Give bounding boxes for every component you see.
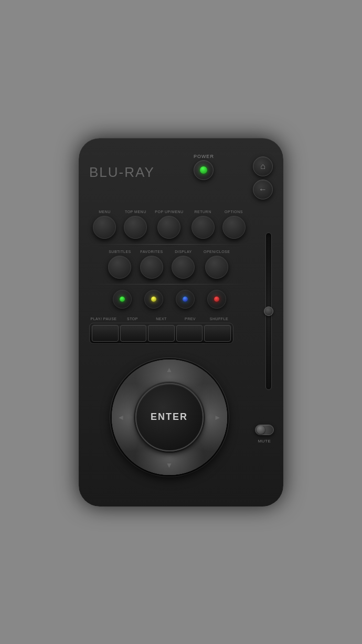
btn-group-popup-menu: POP UP/MENU: [155, 210, 183, 239]
led-yellow-button[interactable]: [144, 290, 163, 309]
dpad-down-arrow[interactable]: ▼: [166, 461, 173, 469]
btn-group-top-menu: TOP MENU: [124, 210, 147, 239]
menu-button[interactable]: [93, 216, 116, 239]
popup-menu-label: POP UP/MENU: [155, 210, 183, 214]
playback-labels: PLAY/ PAUSE STOP NEXT PREV SHUFFLE: [89, 317, 233, 321]
remote-control: BLU-RAY POWER ⌂ ← MENU TOP: [79, 138, 283, 506]
stop-button[interactable]: [120, 325, 147, 342]
btn-group-subtitles: SUBTITLES: [108, 250, 131, 279]
display-button[interactable]: [172, 256, 195, 279]
subtitle-button-row: SUBTITLES FAVORITES DISPLAY OPEN/CLOSE: [89, 250, 249, 279]
playback-bar: [89, 323, 233, 344]
mute-button[interactable]: [255, 425, 274, 435]
play-pause-label: PLAY/ PAUSE: [89, 317, 118, 321]
top-menu-label: TOP MENU: [125, 210, 146, 214]
next-button[interactable]: [148, 325, 175, 342]
mute-label: MUTE: [258, 439, 271, 444]
led-blue-button[interactable]: [176, 290, 195, 309]
led-red-button[interactable]: [207, 290, 226, 309]
led-red-dot: [214, 297, 219, 302]
btn-group-display: DISPLAY: [172, 250, 195, 279]
options-label: OPTIONS: [225, 210, 243, 214]
prev-button[interactable]: [176, 325, 203, 342]
btn-group-menu: MENU: [93, 210, 116, 239]
led-yellow-dot: [151, 297, 156, 302]
mute-section: MUTE: [255, 425, 274, 444]
shuffle-button[interactable]: [204, 325, 231, 342]
subtitles-label: SUBTITLES: [109, 250, 131, 254]
menu-label: MENU: [99, 210, 111, 214]
playback-section: PLAY/ PAUSE STOP NEXT PREV SHUFFLE: [89, 317, 249, 344]
menu-button-row: MENU TOP MENU POP UP/MENU RETURN OPTIONS: [89, 210, 249, 239]
open-close-button[interactable]: [205, 256, 228, 279]
header: BLU-RAY POWER ⌂ ←: [89, 154, 273, 199]
power-label: POWER: [194, 154, 214, 159]
btn-group-open-close: OPEN/CLOSE: [204, 250, 230, 279]
return-button[interactable]: [191, 216, 215, 239]
power-section: POWER: [194, 154, 214, 180]
btn-group-favorites: FAVORITES: [140, 250, 163, 279]
btn-group-options: OPTIONS: [222, 210, 246, 239]
display-label: DISPLAY: [175, 250, 192, 254]
home-button[interactable]: ⌂: [253, 156, 273, 176]
dpad-section: ▲ ▼ ◄ ► ENTER: [89, 360, 249, 475]
led-green-button[interactable]: [113, 290, 132, 309]
btn-group-return: RETURN: [191, 210, 215, 239]
top-menu-button[interactable]: [124, 216, 147, 239]
popup-menu-button[interactable]: [157, 216, 180, 239]
volume-thumb: [264, 307, 273, 316]
prev-label: PREV: [176, 317, 205, 321]
back-button[interactable]: ←: [253, 180, 273, 199]
favorites-button[interactable]: [140, 256, 163, 279]
mute-toggle: [257, 426, 265, 434]
stop-label: STOP: [118, 317, 147, 321]
right-buttons: ⌂ ←: [253, 154, 273, 199]
return-label: RETURN: [195, 210, 211, 214]
options-button[interactable]: [222, 216, 246, 239]
dpad-up-arrow[interactable]: ▲: [166, 365, 173, 374]
power-button[interactable]: [194, 160, 214, 180]
subtitles-button[interactable]: [108, 256, 131, 279]
favorites-label: FAVORITES: [140, 250, 163, 254]
dpad-right-arrow[interactable]: ►: [214, 413, 221, 421]
dpad-wheel[interactable]: ▲ ▼ ◄ ► ENTER: [112, 360, 227, 475]
back-icon: ←: [259, 185, 267, 194]
separator-1: [89, 244, 249, 245]
play-pause-button[interactable]: [92, 325, 119, 342]
led-blue-dot: [183, 297, 188, 302]
enter-button[interactable]: ENTER: [135, 383, 204, 451]
led-button-row: [89, 290, 249, 309]
led-green-dot: [120, 297, 125, 302]
power-led: [200, 166, 207, 174]
main-content: MENU TOP MENU POP UP/MENU RETURN OPTIONS: [89, 210, 273, 475]
dpad-left-arrow[interactable]: ◄: [118, 413, 125, 421]
home-icon: ⌂: [260, 162, 265, 171]
volume-slider[interactable]: [265, 233, 272, 390]
brand-label: BLU-RAY: [89, 154, 155, 181]
shuffle-label: SHUFFLE: [205, 317, 233, 321]
open-close-label: OPEN/CLOSE: [204, 250, 230, 254]
separator-2: [89, 284, 249, 284]
enter-label: ENTER: [151, 411, 188, 423]
next-label: NEXT: [147, 317, 176, 321]
